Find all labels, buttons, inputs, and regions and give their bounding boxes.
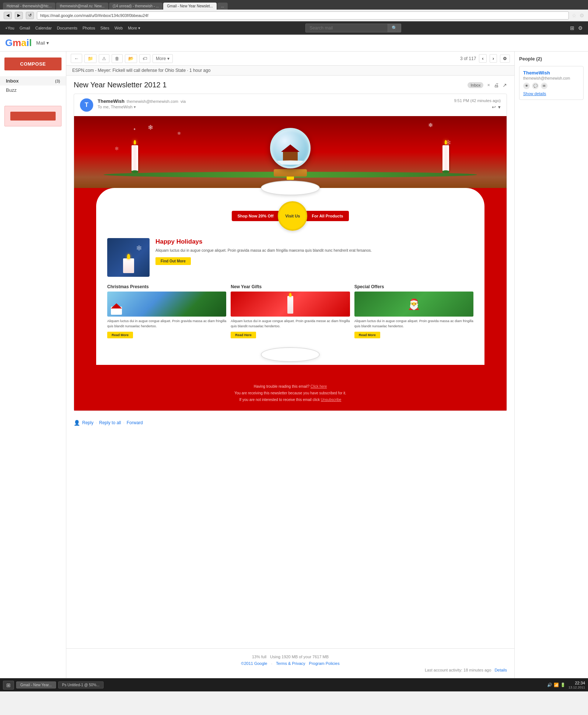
unsubscribe-link[interactable]: Unsubscribe — [321, 398, 342, 402]
next-page-button[interactable]: › — [490, 54, 497, 63]
topbar-settings-icon[interactable]: ⚙ — [578, 25, 583, 31]
taskbar-photoshop-item[interactable]: Ps Untitled-1 @ 50%... — [58, 681, 104, 688]
contact-email: themewish@themewish.com — [523, 76, 580, 80]
taskbar-gmail-item[interactable]: Gmail - New Year... — [16, 681, 56, 688]
snippet-text: ESPN.com - Meyer: Fickell will call defe… — [72, 68, 211, 73]
terms-link[interactable]: Terms & Privacy — [276, 661, 305, 666]
move-button[interactable]: 📂 — [125, 54, 137, 63]
footer-line3: If you are not interested to receive thi… — [81, 397, 499, 403]
back-button[interactable]: ◀ — [4, 12, 12, 19]
external-button[interactable]: ↗ — [503, 82, 507, 88]
click-here-link[interactable]: Click here — [311, 384, 327, 388]
col1-read-more-button[interactable]: Read More — [107, 332, 133, 338]
email-snippet-row: ESPN.com - Meyer: Fickell will call defe… — [66, 66, 514, 76]
newsletter-footer: Having trouble reading this email? Click… — [74, 365, 507, 411]
newsletter-header-image: ❄ ❄ ❄ ❄ ✦ ❄ — [74, 116, 507, 188]
back-to-inbox-button[interactable]: ← — [71, 54, 82, 63]
delete-button[interactable]: 🗑 — [112, 54, 123, 63]
col2-read-here-button[interactable]: Read Here — [231, 332, 256, 338]
topbar-sites[interactable]: Sites — [100, 26, 109, 30]
col1-title: Christmas Presents — [107, 284, 226, 289]
newsletter-banner-buttons: Shop Now 20% Off Visit Us For All Produc… — [107, 201, 473, 231]
contact-icon-eye[interactable]: 👁 — [523, 83, 530, 89]
topbar-gmail[interactable]: Gmail — [20, 26, 30, 30]
shop-now-button[interactable]: Shop Now 20% Off — [232, 211, 280, 221]
prev-page-button[interactable]: ‹ — [479, 54, 486, 63]
forward-link[interactable]: Forward — [127, 420, 143, 425]
contact-card: ThemeWish themewish@themewish.com 👁 💬 ✉ … — [519, 66, 584, 100]
find-out-more-button[interactable]: Find Out More — [155, 257, 191, 265]
reply-inline-button[interactable]: ↩ — [492, 104, 496, 110]
show-details-link[interactable]: Show details — [523, 91, 580, 96]
all-products-button[interactable]: For All Products — [306, 211, 349, 221]
inbox-label: Inbox — [6, 78, 19, 84]
visit-us-button[interactable]: Visit Us — [278, 201, 307, 231]
archive-button[interactable]: 📁 — [84, 54, 97, 63]
reply-link[interactable]: Reply — [82, 420, 94, 425]
taskbar-clock: 22:34 13.12.2011 — [568, 680, 585, 690]
topbar-plus[interactable]: +You — [5, 26, 14, 30]
more-button[interactable]: More ▾ — [153, 54, 173, 63]
email-message: T ThemeWish themewish@themewish.com via … — [74, 94, 507, 411]
col3-read-more-button[interactable]: Read More — [354, 332, 380, 338]
col2-image — [231, 292, 350, 317]
topbar-documents[interactable]: Documents — [57, 26, 77, 30]
reply-all-link[interactable]: Reply to all — [99, 420, 121, 425]
column-special: Special Offers 🎅 Aliquam luctus dui in a… — [354, 284, 473, 338]
column-newyear: New Year Gifts Aliquam luctus dui in aug… — [231, 284, 350, 338]
topbar-share-icon[interactable]: ⊞ — [570, 25, 574, 31]
program-policies-link[interactable]: Program Policies — [309, 661, 340, 666]
address-bar[interactable]: https://mail.google.com/mail/u/0/#inbox/… — [37, 11, 569, 20]
badge-close[interactable]: × — [487, 82, 490, 88]
footer-sep1: - — [271, 661, 272, 666]
page-count: 3 of 117 — [460, 56, 476, 61]
email-subject: New Year Newsletter 2012 1 — [74, 81, 464, 89]
buzz-label: Buzz — [6, 87, 17, 93]
footer-line2: You are receiving this newsletter becaus… — [81, 390, 499, 397]
start-button[interactable]: ⊞ — [3, 681, 14, 690]
report-button[interactable]: ⚠ — [99, 54, 109, 63]
browser-tab-mailru[interactable]: themewish@mail.ru: New... — [56, 3, 108, 10]
print-button[interactable]: 🖨 — [494, 82, 499, 88]
happy-holidays-section: ❄ Happy Holidays Aliquam luctus dui in a… — [107, 238, 473, 277]
email-toolbar: ← 📁 ⚠ 🗑 📂 🏷 More ▾ 3 of 117 ‹ › ⚙ — [66, 52, 514, 66]
browser-tab-unread[interactable]: (14 unread) - themewish - ... — [109, 3, 163, 10]
footer-line1: Having trouble reading this email? Click… — [81, 383, 499, 390]
reply-user-icon: 👤 — [74, 420, 80, 426]
settings-icon: ⚙ — [580, 13, 584, 18]
gmail-logo: Gmail — [5, 37, 32, 49]
col3-desc: Aliquam luctus dui in augue congue aliqu… — [354, 319, 473, 329]
forward-button[interactable]: ▶ — [15, 12, 23, 19]
contact-name[interactable]: ThemeWish — [523, 70, 580, 76]
labels-button[interactable]: 🏷 — [139, 54, 150, 63]
contact-icon-chat[interactable]: 💬 — [532, 83, 539, 89]
sidebar-item-inbox[interactable]: Inbox (3) — [0, 76, 66, 86]
more-actions-button[interactable]: ▾ — [498, 104, 501, 110]
browser-tab-hotmail[interactable]: Hotmail - themewish@htc... — [3, 3, 55, 10]
sidebar-item-buzz[interactable]: Buzz — [0, 86, 66, 95]
settings-button[interactable]: ⚙ — [500, 55, 510, 63]
mail-dropdown[interactable]: Mail ▾ — [36, 40, 49, 46]
col3-image: 🎅 — [354, 292, 473, 317]
details-link[interactable]: Details — [494, 668, 507, 672]
reload-button[interactable]: ↺ — [26, 12, 34, 19]
browser-tab-gmail[interactable]: Gmail - New Year Newslet... — [163, 3, 217, 10]
topbar-more[interactable]: More ▾ — [128, 26, 140, 31]
search-button[interactable]: 🔍 — [388, 24, 401, 32]
holiday-title: Happy Holidays — [155, 238, 473, 245]
contact-icon-mail[interactable]: ✉ — [541, 83, 547, 89]
col2-desc: Aliquam luctus dui in augue congue aliqu… — [231, 319, 350, 329]
topbar-photos[interactable]: Photos — [83, 26, 95, 30]
inbox-badge[interactable]: Inbox — [468, 82, 483, 88]
search-input[interactable] — [306, 24, 388, 32]
email-main: ← 📁 ⚠ 🗑 📂 🏷 More ▾ 3 of 117 ‹ › ⚙ ESPN.c… — [66, 52, 514, 678]
topbar-calendar[interactable]: Calendar — [35, 26, 52, 30]
right-panel-title: People (2) — [519, 56, 584, 62]
email-view: New Year Newsletter 2012 1 Inbox × 🖨 ↗ T… — [66, 76, 514, 648]
browser-tab-more[interactable]: ... — [217, 3, 228, 10]
topbar-web[interactable]: Web — [115, 26, 123, 30]
col1-desc: Aliquam luctus dui in augue congue aliqu… — [107, 319, 226, 329]
compose-button[interactable]: COMPOSE — [4, 57, 62, 70]
sender-to: To me, ThemeWish ▾ — [98, 105, 454, 109]
google-link[interactable]: ©2011 Google — [241, 661, 267, 666]
